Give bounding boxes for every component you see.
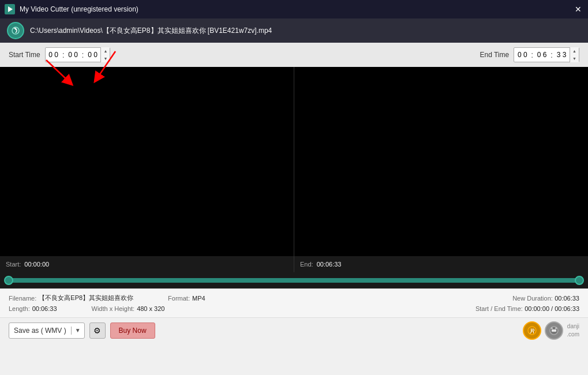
title-bar: My Video Cutter (unregistered version) ✕ bbox=[0, 0, 588, 18]
right-video-footer: End: 00:06:33 bbox=[294, 256, 588, 272]
new-duration-value: 00:06:33 bbox=[555, 295, 579, 302]
left-video-display bbox=[0, 67, 294, 256]
format-value: MP4 bbox=[192, 295, 205, 302]
right-footer-time: 00:06:33 bbox=[317, 261, 342, 268]
end-time-input[interactable]: : : ▲ ▼ bbox=[514, 47, 579, 62]
start-time-input[interactable]: : : ▲ ▼ bbox=[45, 47, 111, 62]
save-as-arrow[interactable]: ▼ bbox=[72, 323, 84, 338]
end-minutes[interactable] bbox=[534, 48, 550, 62]
format-item: Format: MP4 bbox=[168, 295, 205, 302]
new-duration-item: New Duration: 00:06:33 bbox=[512, 294, 579, 302]
svg-point-11 bbox=[555, 327, 557, 329]
svg-point-10 bbox=[551, 327, 553, 329]
start-time-group: Start Time : : ▲ ▼ bbox=[9, 47, 110, 62]
video-area: Start: 00:00:00 End: 00:06:33 bbox=[0, 67, 588, 272]
dimensions-item: Width x Height: 480 x 320 bbox=[92, 305, 165, 312]
start-time-label: Start Time bbox=[9, 51, 40, 59]
start-time-up[interactable]: ▲ bbox=[101, 47, 110, 55]
start-end-label: Start / End Time: bbox=[475, 305, 523, 312]
window-title: My Video Cutter (unregistered version) bbox=[20, 5, 138, 13]
settings-button[interactable]: ⚙ bbox=[89, 322, 106, 339]
info-bar: Filename: 【不良女高EP8】其实姐姐喜欢你 Format: MP4 N… bbox=[0, 288, 588, 317]
slider-left-handle[interactable] bbox=[4, 276, 13, 285]
format-label: Format: bbox=[168, 295, 190, 302]
end-hours[interactable] bbox=[514, 48, 530, 62]
logo-icon-2 bbox=[549, 325, 559, 336]
filename-label: Filename: bbox=[9, 295, 36, 302]
refresh-icon bbox=[11, 26, 20, 35]
slider-bar[interactable] bbox=[0, 272, 588, 288]
right-video-display bbox=[294, 67, 588, 256]
info-row1: Filename: 【不良女高EP8】其实姐姐喜欢你 Format: MP4 N… bbox=[9, 294, 579, 302]
buy-now-button[interactable]: Buy Now bbox=[110, 322, 155, 339]
dimensions-label: Width x Height: bbox=[92, 305, 135, 312]
end-time-label: End Time bbox=[480, 51, 510, 59]
svg-rect-9 bbox=[552, 329, 556, 332]
end-time-down[interactable]: ▼ bbox=[570, 55, 579, 62]
dimensions-value: 480 x 320 bbox=[137, 305, 164, 312]
svg-text:片: 片 bbox=[529, 328, 535, 334]
length-value: 00:06:33 bbox=[32, 305, 57, 312]
filename-value: 【不良女高EP8】其实姐姐喜欢你 bbox=[39, 294, 133, 302]
start-end-value: 00:00:00 / 00:06:33 bbox=[525, 305, 579, 312]
save-as-dropdown[interactable]: Save as ( WMV ) ▼ bbox=[9, 322, 85, 339]
gear-icon: ⚙ bbox=[93, 326, 101, 335]
logo-text-line2: .com bbox=[567, 331, 579, 339]
bottom-bar: Save as ( WMV ) ▼ ⚙ Buy Now 片 bbox=[0, 317, 588, 343]
start-time-down[interactable]: ▼ bbox=[101, 55, 110, 62]
close-button[interactable]: ✕ bbox=[573, 4, 583, 14]
title-bar-left: My Video Cutter (unregistered version) bbox=[5, 4, 138, 14]
start-time-spinner[interactable]: ▲ ▼ bbox=[100, 47, 110, 62]
slider-right-handle[interactable] bbox=[575, 276, 584, 285]
left-video-panel: Start: 00:00:00 bbox=[0, 67, 294, 272]
logo-circle-2 bbox=[545, 321, 563, 340]
filepath-bar: C:\Users\admin\Videos\【不良女高EP8】其实姐姐喜欢你 [… bbox=[0, 18, 588, 43]
right-footer-label: End: bbox=[300, 261, 313, 268]
logo-circle-1: 片 bbox=[523, 321, 541, 340]
logo-text: dаnji .com bbox=[567, 322, 579, 339]
start-minutes[interactable] bbox=[65, 48, 81, 62]
length-label: Length: bbox=[9, 305, 30, 312]
time-controls-bar: Start Time : : ▲ ▼ End Time : : ▲ ▼ bbox=[0, 43, 588, 67]
bottom-left: Save as ( WMV ) ▼ ⚙ Buy Now bbox=[9, 322, 155, 339]
app-icon bbox=[5, 4, 15, 14]
end-time-up[interactable]: ▲ bbox=[570, 47, 579, 55]
logo-text-line1: dаnji bbox=[567, 322, 579, 331]
info-row2: Length: 00:06:33 Width x Height: 480 x 3… bbox=[9, 305, 579, 313]
left-footer-label: Start: bbox=[6, 261, 21, 268]
start-hours[interactable] bbox=[46, 48, 62, 62]
filepath-text: C:\Users\admin\Videos\【不良女高EP8】其实姐姐喜欢你 [… bbox=[30, 26, 272, 36]
bottom-right: 片 dаnji .com bbox=[523, 321, 579, 340]
start-end-item: Start / End Time: 00:00:00 / 00:06:33 bbox=[475, 305, 579, 313]
logo-icon-1: 片 bbox=[527, 325, 537, 336]
logo-area: 片 dаnji .com bbox=[523, 321, 579, 340]
right-video-panel: End: 00:06:33 bbox=[294, 67, 588, 272]
left-footer-time: 00:00:00 bbox=[24, 261, 49, 268]
length-item: Length: 00:06:33 bbox=[9, 305, 57, 312]
filename-item: Filename: 【不良女高EP8】其实姐姐喜欢你 bbox=[9, 294, 133, 302]
end-time-group: End Time : : ▲ ▼ bbox=[480, 47, 579, 62]
new-duration-label: New Duration: bbox=[512, 295, 553, 302]
start-seconds[interactable] bbox=[84, 48, 100, 62]
save-as-label: Save as ( WMV ) bbox=[9, 327, 72, 335]
open-file-button[interactable] bbox=[7, 22, 24, 39]
left-video-footer: Start: 00:00:00 bbox=[0, 256, 294, 272]
end-seconds[interactable] bbox=[553, 48, 570, 62]
slider-track[interactable] bbox=[5, 278, 583, 283]
end-time-spinner[interactable]: ▲ ▼ bbox=[570, 47, 579, 62]
